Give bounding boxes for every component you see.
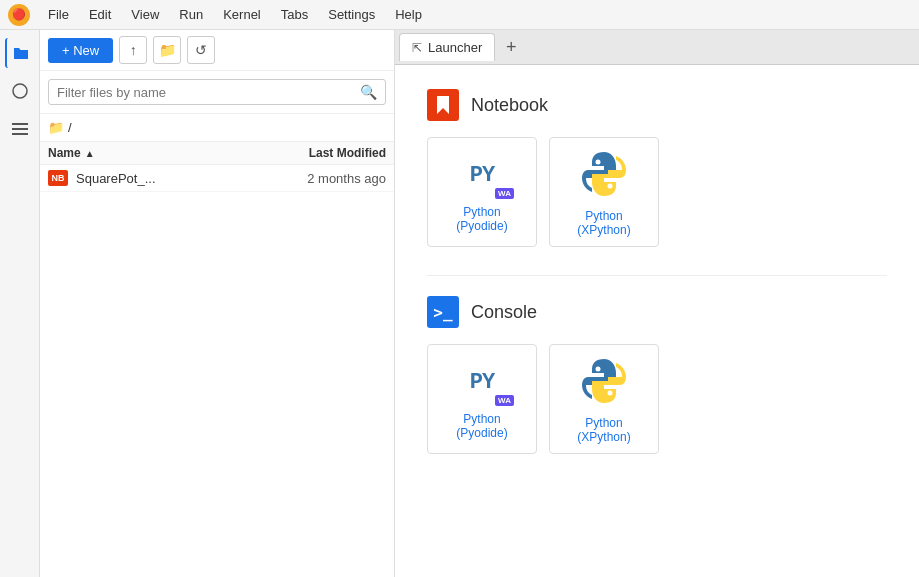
menu-help[interactable]: Help (387, 5, 430, 24)
app-body: + New ↑ 📁 ↺ 🔍 📁 / Name ▲ (0, 30, 919, 577)
menu-tabs[interactable]: Tabs (273, 5, 316, 24)
pyodide-logo-console: PY WA (450, 358, 514, 406)
bookmark-icon (434, 96, 452, 114)
menu-kernel[interactable]: Kernel (215, 5, 269, 24)
launcher-tab-icon: ⇱ (412, 41, 422, 55)
svg-point-8 (608, 390, 613, 395)
app-logo: 🔴 (8, 4, 30, 26)
upload-icon: ↑ (130, 42, 137, 58)
col-name-header[interactable]: Name ▲ (48, 146, 246, 160)
breadcrumb-path: / (68, 120, 72, 135)
console-pyodide-card[interactable]: PY WA Python (Pyodide) (427, 344, 537, 454)
notebook-icon: NB (48, 170, 68, 186)
wa-badge: WA (495, 188, 514, 199)
tab-label: Launcher (428, 40, 482, 55)
svg-point-6 (608, 183, 613, 188)
add-tab-button[interactable]: + (497, 33, 525, 61)
file-panel: + New ↑ 📁 ↺ 🔍 📁 / Name ▲ (40, 30, 395, 577)
main-content: ⇱ Launcher + Notebook PY (395, 30, 919, 577)
table-row[interactable]: NB SquarePot_... 2 months ago (40, 165, 394, 192)
tab-bar: ⇱ Launcher + (395, 30, 919, 65)
refresh-button[interactable]: ↺ (187, 36, 215, 64)
pyodide-console-label: Python (Pyodide) (438, 412, 526, 440)
launcher: Notebook PY WA Python (Pyodide) (395, 65, 919, 577)
new-folder-button[interactable]: 📁 (153, 36, 181, 64)
console-section-title: >_ Console (427, 296, 887, 328)
file-name: SquarePot_... (76, 171, 246, 186)
py-text: PY (470, 163, 494, 188)
menu-run[interactable]: Run (171, 5, 211, 24)
sidebar-icon-running[interactable] (5, 76, 35, 106)
filter-row: 🔍 (40, 71, 394, 114)
folder-icon: 📁 (48, 120, 64, 135)
svg-marker-4 (437, 96, 449, 114)
sidebar-icons (0, 30, 40, 577)
console-kernel-grid: PY WA Python (Pyodide) (427, 344, 887, 454)
notebook-xpython-card[interactable]: Python (XPython) (549, 137, 659, 247)
pyodide-notebook-label: Python (Pyodide) (438, 205, 526, 233)
new-button[interactable]: + New (48, 38, 113, 63)
search-icon: 🔍 (360, 84, 377, 100)
filter-input-wrap: 🔍 (48, 79, 386, 105)
xpython-logo-console (578, 355, 630, 410)
tab-launcher[interactable]: ⇱ Launcher (399, 33, 495, 61)
notebook-section-label: Notebook (471, 95, 548, 116)
xpython-console-label: Python (XPython) (560, 416, 648, 444)
sort-arrow-icon: ▲ (85, 148, 95, 159)
xpython-logo (578, 148, 630, 203)
python-snake-icon-console (578, 355, 630, 407)
menu-edit[interactable]: Edit (81, 5, 119, 24)
svg-point-5 (596, 159, 601, 164)
sidebar-icon-commands[interactable] (5, 114, 35, 144)
wa-badge-console: WA (495, 395, 514, 406)
file-list: NB SquarePot_... 2 months ago (40, 165, 394, 577)
filter-input[interactable] (57, 85, 360, 100)
col-modified-header[interactable]: Last Modified (246, 146, 386, 160)
menubar: 🔴 File Edit View Run Kernel Tabs Setting… (0, 0, 919, 30)
xpython-notebook-label: Python (XPython) (560, 209, 648, 237)
console-section-label: Console (471, 302, 537, 323)
pyodide-logo: PY WA (450, 151, 514, 199)
svg-point-7 (596, 366, 601, 371)
sidebar-icon-files[interactable] (5, 38, 35, 68)
breadcrumb: 📁 / (40, 114, 394, 142)
svg-point-0 (13, 84, 27, 98)
refresh-icon: ↺ (195, 42, 207, 58)
console-xpython-card[interactable]: Python (XPython) (549, 344, 659, 454)
upload-button[interactable]: ↑ (119, 36, 147, 64)
new-folder-icon: 📁 (159, 42, 176, 58)
notebook-section-icon (427, 89, 459, 121)
file-list-header: Name ▲ Last Modified (40, 142, 394, 165)
python-snake-icon (578, 148, 630, 200)
list-icon (12, 121, 28, 137)
svg-rect-3 (12, 133, 28, 135)
svg-rect-1 (12, 123, 28, 125)
notebook-pyodide-card[interactable]: PY WA Python (Pyodide) (427, 137, 537, 247)
py-text-console: PY (470, 370, 494, 395)
file-panel-toolbar: + New ↑ 📁 ↺ (40, 30, 394, 71)
menu-file[interactable]: File (40, 5, 77, 24)
menu-settings[interactable]: Settings (320, 5, 383, 24)
section-divider (427, 275, 887, 276)
svg-rect-2 (12, 128, 28, 130)
notebook-section-title: Notebook (427, 89, 887, 121)
folder-icon (13, 45, 29, 61)
console-section-icon: >_ (427, 296, 459, 328)
file-modified: 2 months ago (246, 171, 386, 186)
circle-icon (12, 83, 28, 99)
notebook-kernel-grid: PY WA Python (Pyodide) (427, 137, 887, 247)
menu-view[interactable]: View (123, 5, 167, 24)
